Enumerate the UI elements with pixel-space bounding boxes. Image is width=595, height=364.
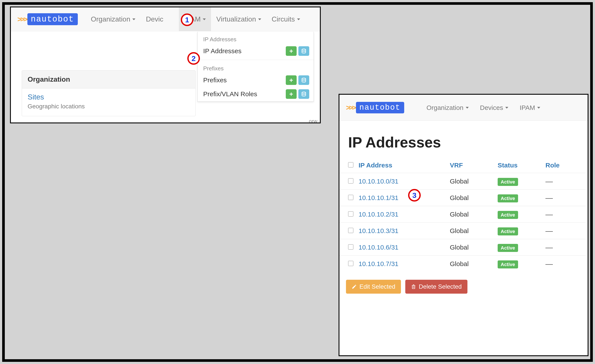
sites-link[interactable]: Sites — [28, 93, 190, 101]
nav-devices[interactable]: Devices — [475, 95, 514, 120]
caret-icon — [203, 18, 206, 20]
row-checkbox-cell — [340, 256, 356, 272]
svg-point-0 — [302, 49, 305, 50]
column-header-vrf[interactable]: VRF — [447, 159, 495, 173]
row-status-cell: Active — [495, 239, 543, 256]
delete-selected-label: Delete Selected — [419, 283, 462, 290]
nav-organization-label: Organization — [91, 15, 130, 23]
brand[interactable]: >>> nautobot — [346, 102, 404, 113]
row-checkbox[interactable] — [348, 195, 353, 200]
dropdown-item-label: Prefix/VLAN Roles — [203, 90, 286, 98]
table-row: 10.10.10.7/31GlobalActive— — [340, 256, 585, 272]
nav-devices-label: Devices — [480, 104, 503, 112]
dropdown-item-buttons: + — [286, 75, 309, 85]
nav-organization[interactable]: Organization — [86, 7, 141, 31]
callout-number: 1 — [185, 16, 189, 24]
dropdown-section-header: IP Addresses — [198, 32, 314, 44]
ip-address-link[interactable]: 10.10.10.1/31 — [359, 194, 398, 201]
nav-organization[interactable]: Organization — [421, 95, 474, 120]
svg-point-1 — [302, 78, 305, 79]
select-all-header — [340, 159, 356, 173]
row-checkbox[interactable] — [348, 244, 353, 250]
dropdown-item-prefixes[interactable]: Prefixes + — [198, 74, 314, 88]
row-ip-cell: 10.10.10.2/31 — [356, 206, 447, 223]
card-header: Organization — [22, 70, 195, 88]
column-header-status[interactable]: Status — [495, 159, 543, 173]
delete-selected-button[interactable]: Delete Selected — [405, 280, 468, 294]
row-checkbox-cell — [340, 223, 356, 239]
database-icon — [301, 91, 307, 97]
row-checkbox[interactable] — [348, 261, 353, 266]
nav-ipam[interactable]: IPAM — [514, 95, 546, 120]
row-role-cell: — — [543, 189, 585, 206]
select-all-checkbox[interactable] — [348, 162, 353, 168]
caret-icon — [297, 18, 300, 20]
brand-label: nautobot — [27, 13, 78, 25]
ip-address-link[interactable]: 10.10.10.7/31 — [359, 260, 398, 267]
row-status-cell: Active — [495, 173, 543, 189]
import-button[interactable] — [298, 75, 309, 85]
dropdown-separator — [198, 60, 314, 60]
bulk-action-row: Edit Selected Delete Selected — [340, 272, 588, 301]
row-role-cell: — — [543, 256, 585, 272]
caret-icon — [132, 18, 135, 20]
plus-icon: + — [289, 77, 293, 84]
pencil-icon — [352, 284, 357, 289]
import-button[interactable] — [298, 89, 309, 99]
nav-devices[interactable]: Devic — [141, 7, 168, 31]
nav-circuits[interactable]: Circuits — [266, 7, 305, 31]
nav-circuits-label: Circuits — [272, 15, 295, 23]
database-icon — [301, 77, 307, 83]
table-row: 10.10.10.1/31GlobalActive— — [340, 189, 585, 206]
truncated-text: orw — [309, 118, 317, 123]
nav-virtualization[interactable]: Virtualization — [211, 7, 266, 31]
add-button[interactable]: + — [286, 89, 297, 99]
row-checkbox[interactable] — [348, 228, 353, 233]
organization-card: Organization Sites Geographic locations — [22, 70, 196, 116]
row-checkbox-cell — [340, 173, 356, 189]
annotation-callout-2: 2 — [187, 52, 200, 65]
row-checkbox[interactable] — [348, 178, 353, 183]
ip-address-link[interactable]: 10.10.10.2/31 — [359, 211, 398, 218]
trash-icon — [411, 284, 416, 289]
ipam-dropdown: IP Addresses IP Addresses + Prefixes Pre… — [197, 32, 314, 102]
status-badge: Active — [498, 244, 518, 252]
callout-number: 3 — [412, 191, 417, 200]
dropdown-item-buttons: + — [286, 89, 309, 99]
screenshot-panel-2: >>> nautobot Organization Devices IPAM I… — [339, 94, 588, 356]
row-checkbox[interactable] — [348, 211, 353, 217]
row-vrf-cell: Global — [447, 239, 495, 256]
add-button[interactable]: + — [286, 46, 297, 56]
row-ip-cell: 10.10.10.1/31 — [356, 189, 447, 206]
dropdown-section-header: Prefixes — [198, 61, 314, 74]
ip-address-link[interactable]: 10.10.10.6/31 — [359, 244, 398, 251]
row-status-cell: Active — [495, 256, 543, 272]
table-row: 10.10.10.3/31GlobalActive— — [340, 223, 585, 239]
row-ip-cell: 10.10.10.3/31 — [356, 223, 447, 239]
edit-selected-label: Edit Selected — [359, 283, 395, 290]
edit-selected-button[interactable]: Edit Selected — [346, 280, 401, 294]
dropdown-item-buttons: + — [286, 46, 309, 56]
nav-devices-label: Devic — [146, 15, 163, 23]
dropdown-item-ip-addresses[interactable]: IP Addresses + — [198, 44, 314, 58]
brand-chevrons-icon: >>> — [346, 103, 355, 112]
add-button[interactable]: + — [286, 75, 297, 85]
ip-address-link[interactable]: 10.10.10.0/31 — [359, 178, 398, 185]
dropdown-item-label: Prefixes — [203, 77, 286, 84]
status-badge: Active — [498, 211, 518, 219]
dropdown-item-prefix-vlan-roles[interactable]: Prefix/VLAN Roles + — [198, 88, 314, 101]
composite-frame: >>> nautobot Organization Devic IPAM Vir… — [2, 2, 593, 362]
card-body: Sites Geographic locations — [22, 88, 195, 116]
row-status-cell: Active — [495, 189, 543, 206]
row-role-cell: — — [543, 223, 585, 239]
column-header-ip[interactable]: IP Address — [356, 159, 447, 173]
column-header-role[interactable]: Role — [543, 159, 585, 173]
callout-number: 2 — [192, 54, 196, 63]
screenshot-panel-1: >>> nautobot Organization Devic IPAM Vir… — [10, 7, 321, 123]
row-vrf-cell: Global — [447, 173, 495, 189]
import-button[interactable] — [298, 46, 309, 56]
brand[interactable]: >>> nautobot — [17, 13, 78, 25]
row-status-cell: Active — [495, 206, 543, 223]
row-vrf-cell: Global — [447, 256, 495, 272]
ip-address-link[interactable]: 10.10.10.3/31 — [359, 227, 398, 234]
